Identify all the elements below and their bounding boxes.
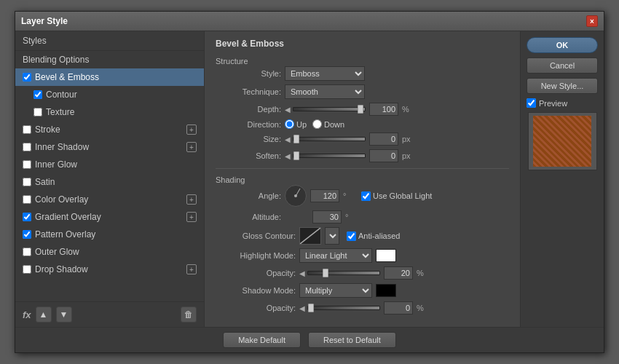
pattern-overlay-checkbox[interactable]: [23, 230, 31, 239]
satin-checkbox[interactable]: [23, 178, 31, 186]
right-panel: OK Cancel New Style... Preview: [520, 31, 604, 327]
sidebar-item-inner-glow[interactable]: Inner Glow: [15, 156, 204, 173]
stroke-add-button[interactable]: +: [186, 124, 197, 135]
cancel-button[interactable]: Cancel: [527, 58, 598, 74]
depth-unit: %: [402, 105, 417, 114]
anti-aliased-label: Anti-aliased: [358, 232, 400, 240]
shadow-opacity-slider-track[interactable]: [307, 306, 380, 310]
shadow-opacity-slider-thumb[interactable]: [308, 304, 314, 312]
inner-glow-checkbox[interactable]: [23, 160, 31, 169]
style-select[interactable]: Emboss Outer Bevel Inner Bevel Pillow Em…: [285, 66, 365, 81]
sidebar-item-blending-options[interactable]: Blending Options: [15, 51, 204, 68]
shadow-color-swatch[interactable]: [376, 284, 396, 297]
gloss-contour-label: Gloss Contour:: [216, 232, 296, 240]
size-input[interactable]: [369, 132, 398, 146]
sidebar-item-stroke[interactable]: Stroke +: [15, 121, 204, 138]
altitude-row: Altitude: °: [216, 210, 509, 223]
sidebar-item-satin[interactable]: Satin: [15, 173, 204, 191]
angle-input[interactable]: [310, 189, 339, 202]
color-overlay-add-button[interactable]: +: [186, 194, 197, 205]
depth-slider-thumb[interactable]: [358, 105, 363, 114]
use-global-light-option[interactable]: Use Global Light: [361, 191, 432, 201]
angle-row: Angle: ° Use Global Light: [216, 185, 509, 207]
direction-down-radio[interactable]: [312, 119, 322, 129]
use-global-light-checkbox[interactable]: [361, 191, 371, 201]
direction-up-option[interactable]: Up: [285, 119, 307, 129]
anti-aliased-option[interactable]: Anti-aliased: [347, 232, 400, 241]
direction-up-radio[interactable]: [285, 119, 294, 129]
angle-circle[interactable]: [285, 185, 307, 207]
shadow-opacity-row: Opacity: ◀ %: [216, 301, 509, 314]
sidebar-item-texture[interactable]: Texture: [15, 103, 204, 121]
fx-icon: fx: [23, 309, 31, 320]
shading-title: Shading: [216, 175, 245, 184]
styles-header: Styles: [15, 31, 204, 51]
ok-button[interactable]: OK: [527, 37, 598, 53]
size-slider-arrow: ◀: [285, 135, 291, 143]
move-down-button[interactable]: ▼: [56, 306, 72, 323]
delete-button[interactable]: 🗑: [181, 306, 197, 323]
preview-checkbox[interactable]: [527, 98, 536, 108]
gloss-contour-preview[interactable]: [299, 227, 321, 245]
depth-slider-track[interactable]: [293, 107, 366, 111]
new-style-button[interactable]: New Style...: [527, 78, 598, 94]
sidebar-item-inner-shadow[interactable]: Inner Shadow +: [15, 138, 204, 156]
gradient-overlay-checkbox[interactable]: [23, 213, 31, 221]
soften-row: Soften: ◀ px: [216, 149, 509, 162]
contour-checkbox[interactable]: [33, 90, 42, 99]
depth-input[interactable]: [369, 103, 398, 116]
bevel-emboss-checkbox[interactable]: [23, 73, 31, 82]
altitude-input[interactable]: [312, 210, 342, 223]
depth-slider-container: ◀: [285, 106, 366, 114]
close-button[interactable]: ×: [586, 15, 598, 27]
move-up-button[interactable]: ▲: [36, 306, 52, 323]
shadow-opacity-input[interactable]: [384, 301, 413, 314]
sidebar-item-color-overlay[interactable]: Color Overlay +: [15, 191, 204, 208]
soften-label: Soften:: [216, 151, 281, 160]
outer-glow-checkbox[interactable]: [23, 248, 31, 256]
color-overlay-label: Color Overlay: [35, 194, 88, 205]
dialog-footer: Make Default Reset to Default: [15, 327, 604, 352]
shadow-mode-row: Shadow Mode: Multiply Normal Screen Over…: [216, 283, 509, 298]
soften-slider-thumb[interactable]: [293, 151, 299, 160]
texture-checkbox[interactable]: [33, 108, 42, 116]
make-default-button[interactable]: Make Default: [223, 332, 301, 348]
highlight-opacity-input[interactable]: [384, 266, 413, 280]
sidebar-item-bevel-emboss[interactable]: Bevel & Emboss: [15, 68, 204, 86]
size-slider-thumb[interactable]: [293, 135, 299, 143]
stroke-checkbox[interactable]: [23, 125, 31, 134]
size-unit: px: [402, 135, 417, 143]
depth-row: Depth: ◀ %: [216, 103, 509, 116]
soften-slider-track[interactable]: [293, 154, 366, 158]
drop-shadow-checkbox[interactable]: [23, 265, 31, 274]
sidebar-item-pattern-overlay[interactable]: Pattern Overlay: [15, 226, 204, 243]
sidebar-item-outer-glow[interactable]: Outer Glow: [15, 243, 204, 261]
technique-row: Technique: Smooth Chisel Hard Chisel Sof…: [216, 84, 509, 99]
anti-aliased-checkbox[interactable]: [347, 232, 356, 241]
highlight-opacity-slider-track[interactable]: [307, 271, 380, 275]
gloss-contour-select[interactable]: [325, 227, 339, 245]
highlight-opacity-slider-thumb[interactable]: [323, 269, 328, 277]
soften-input[interactable]: [369, 149, 398, 162]
drop-shadow-add-button[interactable]: +: [186, 264, 197, 274]
reset-to-default-button[interactable]: Reset to Default: [308, 332, 396, 348]
technique-select[interactable]: Smooth Chisel Hard Chisel Soft: [285, 84, 365, 99]
sidebar-item-drop-shadow[interactable]: Drop Shadow +: [15, 261, 204, 278]
sidebar-item-gradient-overlay[interactable]: Gradient Overlay +: [15, 208, 204, 226]
direction-down-option[interactable]: Down: [312, 119, 344, 129]
highlight-color-swatch[interactable]: [376, 249, 396, 262]
blending-options-label: Blending Options: [23, 55, 89, 65]
sidebar-item-contour[interactable]: Contour: [15, 86, 204, 103]
direction-up-label: Up: [296, 120, 307, 129]
highlight-mode-select[interactable]: Linear Light Normal Multiply Screen Over…: [299, 248, 372, 263]
color-overlay-checkbox[interactable]: [23, 195, 31, 204]
gradient-overlay-add-button[interactable]: +: [186, 212, 197, 222]
structure-title: Structure: [216, 57, 248, 66]
inner-shadow-checkbox[interactable]: [23, 143, 31, 151]
preview-label[interactable]: Preview: [527, 98, 598, 108]
direction-label: Direction:: [216, 120, 281, 129]
inner-shadow-add-button[interactable]: +: [186, 142, 197, 152]
shadow-mode-select[interactable]: Multiply Normal Screen Overlay: [299, 283, 372, 298]
size-slider-track[interactable]: [293, 137, 366, 141]
style-label: Style:: [216, 69, 281, 78]
